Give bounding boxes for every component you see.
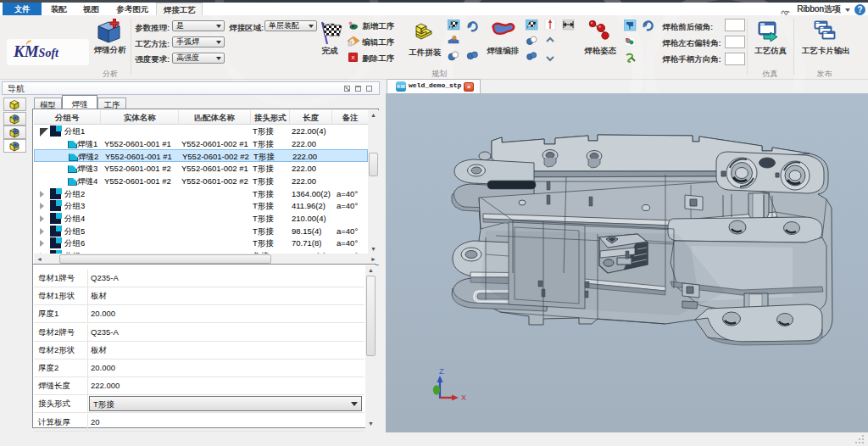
- svg-text:x: x: [352, 53, 355, 61]
- svg-text:X: X: [461, 393, 466, 402]
- svg-text:Z: Z: [439, 367, 444, 376]
